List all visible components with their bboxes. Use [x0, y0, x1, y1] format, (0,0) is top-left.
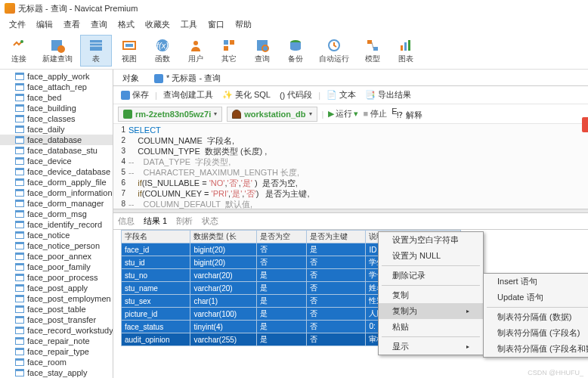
- table-icon: [15, 348, 24, 355]
- table-icon: [15, 168, 24, 175]
- tab-result1[interactable]: 结果 1: [144, 215, 167, 227]
- sql-editor[interactable]: 123456789 SELECT COLUMN_NAME 字段名, COLUMN…: [113, 124, 588, 209]
- tool-new-query[interactable]: 新建查询: [36, 36, 79, 66]
- explain-button[interactable]: E⁉ 解释: [391, 107, 422, 121]
- btn-beautify[interactable]: ✨美化 SQL: [219, 88, 274, 102]
- tree-item[interactable]: face_identify_record: [0, 219, 113, 230]
- tree-item[interactable]: face_dorm_information: [0, 187, 113, 198]
- menu-view[interactable]: 查看: [59, 17, 85, 32]
- copy-as-submenu: Insert 语句 Update 语句 制表符分隔值 (数据) 制表符分隔值 (…: [483, 273, 588, 358]
- btn-query-builder[interactable]: 查询创建工具: [160, 88, 216, 102]
- arrow-right-icon: ▸: [466, 343, 469, 350]
- tree-item[interactable]: face_dorm_manager: [0, 198, 113, 209]
- menu-fav[interactable]: 收藏夹: [141, 17, 175, 32]
- title-bar: 无标题 - 查询 - Navicat Premium: [0, 0, 588, 17]
- menu-edit[interactable]: 编辑: [32, 17, 57, 32]
- tool-other[interactable]: 其它: [213, 36, 245, 66]
- tree-item[interactable]: face_post_employmen: [0, 293, 113, 304]
- tree-item[interactable]: face_classes: [0, 113, 113, 124]
- chart-icon: [398, 37, 414, 54]
- object-tree[interactable]: face_apply_workface_attach_repface_bedfa…: [0, 70, 113, 378]
- menu-tools[interactable]: 工具: [176, 17, 202, 32]
- tool-func[interactable]: f(x)函数: [147, 36, 178, 66]
- tree-item[interactable]: face_bed: [0, 92, 113, 103]
- ctx-show[interactable]: 显示▸: [379, 339, 483, 355]
- sub-tab-data[interactable]: 制表符分隔值 (数据): [484, 309, 588, 325]
- sub-tab-field[interactable]: 制表符分隔值 (字段名): [484, 325, 588, 341]
- menu-format[interactable]: 格式: [113, 17, 139, 32]
- sub-insert[interactable]: Insert 语句: [484, 274, 588, 290]
- ctx-delete[interactable]: 删除记录: [379, 268, 483, 284]
- tree-item[interactable]: face_dorm_apply_file: [0, 177, 113, 187]
- ctx-set-blank[interactable]: 设置为空白字符串: [379, 232, 483, 248]
- result-grid[interactable]: 字段名数据类型 (长是否为空是否为主键说明face_idbigint(20)否是…: [113, 230, 588, 346]
- tab-info[interactable]: 信息: [118, 215, 135, 227]
- tool-table[interactable]: 表: [80, 35, 112, 67]
- menu-query[interactable]: 查询: [86, 17, 112, 32]
- tree-item[interactable]: face_room: [0, 357, 113, 367]
- tab-status[interactable]: 状态: [202, 215, 218, 227]
- sub-update[interactable]: Update 语句: [484, 290, 588, 305]
- tool-backup[interactable]: 备份: [280, 36, 311, 66]
- tree-item[interactable]: face_database_stu: [0, 145, 113, 156]
- backup-icon: [287, 37, 304, 54]
- tool-chart[interactable]: 图表: [390, 36, 422, 66]
- tree-item[interactable]: face_daily: [0, 124, 113, 135]
- tree-item[interactable]: face_repair_note: [0, 336, 113, 346]
- tree-item[interactable]: face_attach_rep: [0, 82, 113, 92]
- ctx-copy-as[interactable]: 复制为▸ Insert 语句 Update 语句 制表符分隔值 (数据) 制表符…: [379, 303, 483, 319]
- tool-query[interactable]: 查询: [246, 36, 278, 66]
- tool-autorun[interactable]: 自动运行: [313, 36, 355, 66]
- chevron-down-icon: ▾: [309, 110, 312, 117]
- db-select[interactable]: workstation_db▾: [227, 107, 317, 122]
- col-header[interactable]: 数据类型 (长: [190, 231, 257, 243]
- btn-code-segment[interactable]: ()代码段: [277, 88, 315, 102]
- tab-query[interactable]: * 无标题 - 查询: [150, 71, 225, 85]
- tree-item[interactable]: face_apply_work: [0, 71, 113, 82]
- stop-button[interactable]: ■ 停止: [363, 108, 387, 119]
- ctx-paste[interactable]: 粘贴: [379, 319, 483, 335]
- tree-item[interactable]: face_repair_type: [0, 346, 113, 357]
- tool-user[interactable]: 用户: [180, 36, 212, 66]
- btn-export[interactable]: 📑导出结果: [362, 88, 414, 102]
- col-header[interactable]: 是否为空: [257, 231, 306, 243]
- tool-model[interactable]: 模型: [357, 36, 388, 66]
- tool-connect[interactable]: 连接: [3, 36, 35, 66]
- tree-item[interactable]: face_database: [0, 135, 113, 145]
- tree-item[interactable]: face_poor_annex: [0, 251, 113, 262]
- tree-item[interactable]: face_poor_process: [0, 272, 113, 283]
- tree-item[interactable]: face_record_workstudy: [0, 325, 113, 336]
- menu-window[interactable]: 窗口: [203, 17, 229, 32]
- col-header[interactable]: 字段名: [122, 231, 190, 243]
- tree-item[interactable]: face_dorm_msg: [0, 209, 113, 219]
- tool-view[interactable]: 视图: [113, 36, 145, 66]
- menu-file[interactable]: 文件: [5, 17, 30, 32]
- ctx-set-null[interactable]: 设置为 NULL: [379, 248, 483, 264]
- btn-save[interactable]: 保存: [118, 88, 152, 102]
- sql-code[interactable]: SELECT COLUMN_NAME 字段名, COLUMN_TYPE 数据类型…: [128, 124, 588, 209]
- ctx-copy[interactable]: 复制: [379, 287, 483, 303]
- tree-item[interactable]: face_notice: [0, 230, 113, 240]
- tree-item[interactable]: face_building: [0, 103, 113, 113]
- tree-item[interactable]: face_stay_apply: [0, 367, 113, 378]
- table-icon: [15, 157, 24, 165]
- btn-text[interactable]: 📄文本: [323, 88, 359, 102]
- table-icon: [15, 104, 24, 112]
- tree-item[interactable]: face_post_apply: [0, 283, 113, 293]
- tree-item[interactable]: face_device: [0, 156, 113, 166]
- table-icon: [15, 358, 24, 366]
- col-header[interactable]: 是否为主键: [306, 231, 366, 243]
- server-select[interactable]: rm-2zetn83n05wz7i▾: [118, 107, 222, 122]
- tree-item[interactable]: face_post_table: [0, 304, 113, 314]
- menu-help[interactable]: 帮助: [231, 17, 256, 32]
- tree-item[interactable]: face_device_database: [0, 166, 113, 177]
- sub-tab-both[interactable]: 制表符分隔值 (字段名和数据): [484, 341, 588, 357]
- run-button[interactable]: ▶ 运行 ▾: [328, 108, 358, 119]
- tree-item[interactable]: face_post_transfer: [0, 314, 113, 325]
- tab-profile[interactable]: 剖析: [176, 215, 193, 227]
- tree-item[interactable]: face_notice_person: [0, 240, 113, 251]
- workspace: face_apply_workface_attach_repface_bedfa…: [0, 70, 588, 378]
- tree-item[interactable]: face_poor_family: [0, 262, 113, 272]
- tab-objects[interactable]: 对象: [118, 71, 144, 85]
- chevron-down-icon: ▾: [214, 110, 217, 117]
